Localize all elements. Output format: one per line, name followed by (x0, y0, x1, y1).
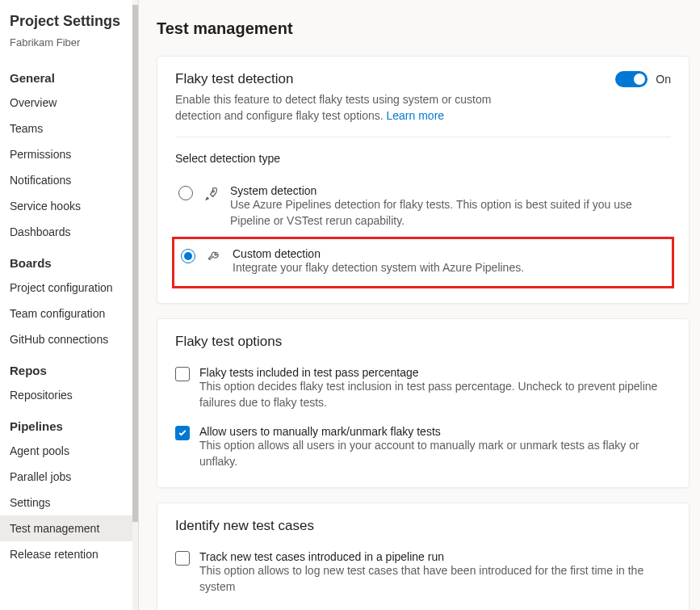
radio-custom-detection[interactable] (181, 249, 195, 263)
flaky-detection-desc: Enable this feature to detect flaky test… (175, 92, 514, 124)
custom-detection-title: Custom detection (233, 247, 524, 260)
sidebar-item-dashboards[interactable]: Dashboards (0, 219, 138, 245)
custom-detection-desc: Integrate your flaky detection system wi… (233, 260, 524, 276)
sidebar-item-teams[interactable]: Teams (0, 116, 138, 141)
sidebar-item-service-hooks[interactable]: Service hooks (0, 193, 138, 219)
flaky-included-desc: This option decides flaky test inclusion… (199, 379, 671, 410)
sidebar-item-settings[interactable]: Settings (0, 490, 138, 515)
new-test-cases-card: Identify new test cases Track new test c… (157, 503, 690, 610)
sidebar-item-agent-pools[interactable]: Agent pools (0, 438, 138, 464)
content: Test management Flaky test detection On … (139, 0, 700, 610)
allow-manual-mark-row[interactable]: Allow users to manually mark/unmark flak… (175, 425, 671, 469)
sidebar: Project Settings Fabrikam Fiber General … (0, 0, 139, 610)
divider (175, 137, 671, 137)
track-new-cases-title: Track new test cases introduced in a pip… (199, 550, 671, 563)
sidebar-subtitle: Fabrikam Fiber (0, 36, 138, 60)
flaky-included-title: Flaky tests included in test pass percen… (199, 366, 671, 379)
track-new-cases-desc: This option allows to log new test cases… (199, 563, 671, 595)
rocket-icon (204, 186, 219, 200)
scrollbar-thumb[interactable] (132, 5, 138, 522)
wrench-icon (207, 249, 221, 263)
sidebar-group-pipelines: Pipelines (0, 413, 138, 438)
flaky-detection-toggle-wrap: On (615, 71, 671, 87)
sidebar-item-test-management[interactable]: Test management (0, 515, 138, 541)
radio-system-detection[interactable] (178, 186, 193, 200)
detection-option-system[interactable]: System detection Use Azure Pipelines det… (175, 179, 671, 233)
sidebar-item-github-connections[interactable]: GitHub connections (0, 326, 138, 352)
sidebar-item-parallel-jobs[interactable]: Parallel jobs (0, 464, 138, 490)
sidebar-item-permissions[interactable]: Permissions (0, 141, 138, 167)
allow-manual-mark-desc: This option allows all users in your acc… (199, 438, 671, 469)
checkbox-track-new-cases[interactable] (175, 551, 190, 566)
checkbox-flaky-included[interactable] (175, 367, 190, 381)
sidebar-group-repos: Repos (0, 357, 138, 382)
new-test-cases-title: Identify new test cases (175, 518, 671, 534)
select-detection-type-label: Select detection type (175, 152, 671, 165)
flaky-detection-toggle-label: On (656, 73, 671, 86)
flaky-options-title: Flaky test options (175, 334, 671, 350)
track-new-cases-row[interactable]: Track new test cases introduced in a pip… (175, 550, 671, 595)
svg-point-0 (212, 191, 214, 192)
system-detection-title: System detection (230, 184, 668, 197)
sidebar-item-repositories[interactable]: Repositories (0, 382, 138, 408)
sidebar-item-release-retention[interactable]: Release retention (0, 541, 138, 567)
flaky-detection-title: Flaky test detection (175, 71, 293, 87)
checkbox-allow-manual-mark[interactable] (175, 426, 190, 440)
flaky-detection-toggle[interactable] (615, 71, 648, 87)
system-detection-desc: Use Azure Pipelines detection for flaky … (230, 197, 668, 229)
page-title: Test management (157, 19, 690, 38)
learn-more-link[interactable]: Learn more (387, 109, 445, 122)
sidebar-item-team-configuration[interactable]: Team configuration (0, 301, 138, 326)
sidebar-group-boards: Boards (0, 250, 138, 275)
detection-option-custom[interactable]: Custom detection Integrate your flaky de… (172, 237, 674, 288)
sidebar-group-general: General (0, 65, 138, 90)
sidebar-item-project-configuration[interactable]: Project configuration (0, 275, 138, 301)
flaky-detection-card: Flaky test detection On Enable this feat… (157, 56, 690, 304)
flaky-included-row[interactable]: Flaky tests included in test pass percen… (175, 366, 671, 410)
sidebar-item-notifications[interactable]: Notifications (0, 167, 138, 193)
toggle-knob (634, 74, 645, 85)
flaky-options-card: Flaky test options Flaky tests included … (157, 318, 690, 488)
sidebar-title: Project Settings (0, 8, 138, 36)
allow-manual-mark-title: Allow users to manually mark/unmark flak… (199, 425, 671, 438)
sidebar-item-overview[interactable]: Overview (0, 90, 138, 116)
